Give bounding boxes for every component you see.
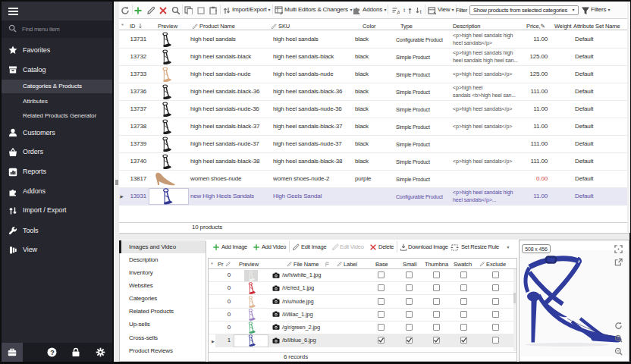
ig5-cb-small[interactable] bbox=[406, 337, 413, 344]
btn-view[interactable]: View ▾ bbox=[438, 6, 454, 14]
ig4-cb-excl[interactable] bbox=[492, 324, 499, 331]
ig1-cb-excl[interactable] bbox=[492, 284, 499, 291]
btn-editimg-ic bbox=[292, 243, 300, 251]
ig5-cb-thumb[interactable] bbox=[433, 337, 440, 344]
ig0-cb-excl[interactable] bbox=[492, 271, 499, 278]
ig4-cb-swatch[interactable] bbox=[460, 324, 467, 331]
igh-small: Small bbox=[403, 261, 416, 268]
r2-desc: <p>high heel sandals</p> bbox=[453, 71, 512, 78]
menu-tools[interactable]: Tools bbox=[23, 227, 39, 234]
ig1-img bbox=[245, 282, 257, 295]
ig4-cb-base[interactable] bbox=[378, 324, 385, 331]
ig3-cb-small[interactable] bbox=[406, 311, 413, 318]
igh-thumb: Thumbna bbox=[425, 261, 448, 268]
igh-pen2 bbox=[287, 262, 292, 267]
ig5-file: /b/l/blue_6.jpg bbox=[282, 337, 316, 344]
btn-sorta: A bbox=[391, 6, 400, 14]
r8-color: purple bbox=[355, 175, 371, 183]
rowsep9 bbox=[119, 187, 627, 188]
r6-name: high heel sandals-nude-37 bbox=[190, 140, 259, 148]
menu-reports[interactable]: Reports bbox=[23, 168, 46, 175]
btn-impexp[interactable]: Import/Export ▾ bbox=[232, 6, 271, 14]
ig3-cb-swatch[interactable] bbox=[460, 311, 467, 318]
btn-paste bbox=[209, 6, 217, 14]
filter-select-caret: ▾ bbox=[572, 6, 575, 14]
r4-name: high heel sandals-nude-36 bbox=[190, 105, 259, 113]
btn-multi[interactable]: Multi Editors & Changers ▾ bbox=[284, 6, 353, 14]
btn-find bbox=[171, 6, 180, 14]
icon-view bbox=[8, 246, 17, 255]
btn-editvid-ic bbox=[331, 243, 339, 251]
r6-price: 111.00 bbox=[517, 140, 548, 148]
ig2-cb-excl[interactable] bbox=[492, 298, 499, 305]
btn-addvid[interactable]: Add Video bbox=[262, 243, 286, 251]
menu-related-generator[interactable]: Related Products Generator bbox=[23, 112, 96, 119]
btn-filters[interactable]: Filters ▾ bbox=[591, 6, 611, 14]
tab-4[interactable]: Categories bbox=[129, 295, 157, 303]
ig3-cb-base[interactable] bbox=[378, 311, 385, 318]
tab-6[interactable]: Up-sells bbox=[129, 321, 150, 328]
ig1-cb-swatch[interactable] bbox=[460, 284, 467, 291]
r6-img bbox=[159, 136, 172, 152]
btn-addimg[interactable]: Add Image bbox=[221, 243, 247, 251]
menu-view[interactable]: View bbox=[23, 246, 37, 253]
btn-resize[interactable]: Set Resize Rule bbox=[461, 243, 499, 251]
tab-2[interactable]: Inventory bbox=[129, 269, 153, 277]
ig2-cb-base[interactable] bbox=[378, 298, 385, 305]
tab-5[interactable]: Related Products bbox=[129, 308, 174, 315]
btn-zoomout bbox=[614, 347, 623, 356]
ig5-cb-swatch[interactable] bbox=[460, 337, 467, 344]
ig0-cb-swatch[interactable] bbox=[460, 271, 467, 278]
r5-img bbox=[159, 119, 172, 135]
menu-attributes[interactable]: Attributes bbox=[23, 98, 48, 105]
menu-addons[interactable]: Addons bbox=[23, 187, 46, 195]
menu-customers[interactable]: Customers bbox=[23, 129, 55, 136]
ig2-cb-swatch[interactable] bbox=[460, 298, 467, 305]
ig4-cb-small[interactable] bbox=[406, 324, 413, 331]
r9-price: 11.00 bbox=[517, 193, 548, 200]
menu-orders[interactable]: Orders bbox=[23, 148, 43, 155]
ig5-cb-excl[interactable] bbox=[492, 337, 499, 344]
tsep2 bbox=[182, 5, 183, 14]
ig1-file: /r/e/red_1.jpg bbox=[282, 284, 314, 292]
btn-addons[interactable]: Addons ▾ bbox=[363, 6, 387, 14]
ig1-cb-small[interactable] bbox=[406, 284, 413, 291]
ig0-cb-small[interactable] bbox=[406, 271, 413, 278]
ig1-cb-base[interactable] bbox=[378, 284, 385, 291]
icon-briefcase bbox=[8, 348, 17, 356]
btn-delimg[interactable]: Delete bbox=[378, 243, 394, 251]
r5-id: 13738 bbox=[127, 123, 146, 130]
r8-attr: Default bbox=[575, 175, 593, 183]
menu-import[interactable]: Import / Export bbox=[23, 206, 67, 214]
gh-pen1 bbox=[192, 24, 198, 30]
btn-editimg[interactable]: Edit Image bbox=[301, 243, 326, 251]
ig3-cb-excl[interactable] bbox=[492, 311, 499, 318]
r1-price: 125.00 bbox=[517, 53, 548, 61]
ig4-cb-thumb[interactable] bbox=[433, 324, 440, 331]
tab-8[interactable]: Product Reviews bbox=[129, 347, 173, 355]
menu-favorites[interactable]: Favorites bbox=[23, 46, 50, 54]
r5-color: black bbox=[355, 123, 369, 130]
gh-price: Price,✎ bbox=[526, 23, 545, 30]
ig0-cb-base[interactable] bbox=[378, 271, 385, 278]
btn-dl[interactable]: Download Image bbox=[408, 243, 448, 251]
ig3-pr: 0 bbox=[220, 311, 231, 318]
menu-catalog[interactable]: Catalog bbox=[23, 66, 46, 74]
ig0-cb-thumb[interactable] bbox=[433, 271, 440, 278]
search-icon bbox=[8, 24, 17, 33]
btn-addons-ic bbox=[352, 6, 360, 14]
r4-attr: Default bbox=[575, 105, 593, 113]
tab-3[interactable]: Websites bbox=[129, 282, 153, 290]
ig1-cb-thumb[interactable] bbox=[433, 284, 440, 291]
ig5-cb-base[interactable] bbox=[378, 337, 385, 344]
ig2-cb-small[interactable] bbox=[406, 298, 413, 305]
menu-categories-products[interactable]: Categories & Products bbox=[23, 83, 82, 89]
tab-1[interactable]: Description bbox=[129, 256, 158, 264]
btn-editvid[interactable]: Edit Video bbox=[340, 243, 364, 251]
r0-img bbox=[159, 32, 172, 48]
ig2-cb-thumb[interactable] bbox=[433, 298, 440, 305]
tab-7[interactable]: Cross-sells bbox=[129, 334, 158, 342]
tab-0[interactable]: Images and Video bbox=[129, 243, 176, 251]
btn-addvid-ic bbox=[253, 243, 260, 251]
ig3-cb-thumb[interactable] bbox=[433, 311, 440, 318]
